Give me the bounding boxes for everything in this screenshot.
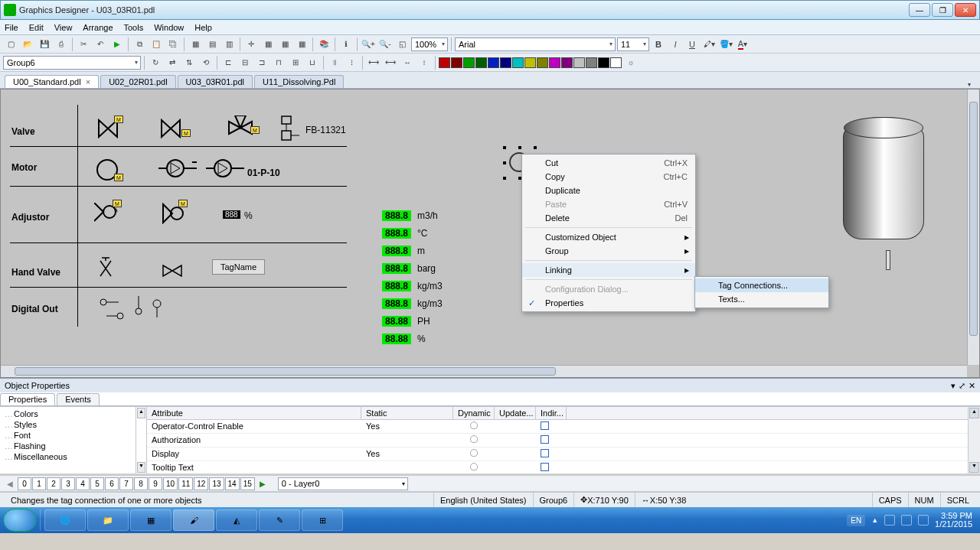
tank-symbol[interactable] [843, 117, 924, 239]
copy-icon[interactable]: ⧉ [132, 37, 147, 52]
color-swatch[interactable] [586, 57, 597, 68]
color-swatch[interactable] [488, 57, 499, 68]
ctx-linking[interactable]: Linking [522, 263, 695, 277]
font-size-combo[interactable]: 11 [617, 37, 649, 51]
task-app1[interactable]: ▦ [130, 509, 172, 531]
canvas-area[interactable]: Valve Motor Adjustor Hand Valve Digital … [0, 89, 980, 378]
color-swatch[interactable] [549, 57, 560, 68]
property-row[interactable]: DisplayYes [147, 447, 968, 461]
layer-9[interactable]: 9 [149, 477, 162, 490]
help-icon[interactable]: ℹ [338, 37, 354, 52]
size-w-icon[interactable]: ↔ [400, 55, 415, 70]
submenu-texts-[interactable]: Texts... [695, 292, 828, 306]
motor-circle[interactable]: M [96, 158, 119, 181]
ctx-duplicate[interactable]: Duplicate [522, 184, 695, 197]
zoomin-icon[interactable]: 🔍+ [361, 37, 376, 52]
property-row[interactable]: Tooltip Text [147, 461, 968, 474]
tab-u11[interactable]: U11_Dissolving.Pdl [254, 75, 344, 88]
zoomfit-icon[interactable]: ◱ [394, 37, 410, 52]
tray-chev-icon[interactable]: ▲ [871, 516, 878, 524]
align-right-icon[interactable]: ⊐ [254, 55, 270, 70]
color-swatch[interactable] [500, 57, 511, 68]
tabs-overflow-icon[interactable]: ▾ [963, 81, 975, 88]
layer-3[interactable]: 3 [61, 477, 75, 490]
underline-icon[interactable]: U [684, 37, 700, 52]
tab-u02[interactable]: U02_02R01.pdl [100, 75, 175, 88]
events-tab[interactable]: Events [57, 393, 100, 405]
highlight-icon[interactable]: 🖍▾ [701, 37, 717, 52]
minimize-button[interactable]: — [909, 3, 930, 17]
tray-icon-2[interactable] [901, 515, 912, 526]
tray-lang[interactable]: EN [847, 515, 865, 526]
digital-out-symbol[interactable] [97, 296, 166, 324]
tree-miscellaneous[interactable]: Miscellaneous [5, 451, 131, 462]
layer-11[interactable]: 11 [178, 477, 193, 490]
space-v-icon[interactable]: ⟷ [383, 55, 398, 70]
task-explorer[interactable]: 📁 [87, 509, 129, 531]
tool-mirror-icon[interactable]: ⟲ [198, 55, 214, 70]
layer-1[interactable]: 1 [32, 477, 46, 490]
tool-fliph-icon[interactable]: ⇄ [165, 55, 180, 70]
menu-view[interactable]: View [54, 23, 73, 32]
menu-edit[interactable]: Edit [29, 23, 44, 32]
submenu-tag-connections-[interactable]: Tag Connections... [695, 278, 828, 292]
color-swatch[interactable] [537, 57, 548, 68]
tray-icon-3[interactable] [918, 515, 929, 526]
color-swatch[interactable] [610, 57, 622, 68]
maximize-button[interactable]: ❐ [932, 3, 953, 17]
font-name-combo[interactable]: Arial [455, 37, 616, 51]
property-row[interactable]: Operator-Control EnableYes [147, 420, 968, 434]
layer-8[interactable]: 8 [134, 477, 148, 490]
menu-help[interactable]: Help [194, 23, 212, 32]
layer-2[interactable]: 2 [47, 477, 60, 490]
tree-colors[interactable]: Colors [5, 408, 131, 419]
color-swatch[interactable] [512, 57, 524, 68]
menu-tools[interactable]: Tools [124, 23, 144, 32]
menu-file[interactable]: File [5, 23, 18, 32]
layer-5[interactable]: 5 [90, 477, 104, 490]
cut-icon[interactable]: ✂ [76, 37, 91, 52]
col-static[interactable]: Static [361, 407, 453, 419]
menu-window[interactable]: Window [154, 23, 184, 32]
dist-v-icon[interactable]: ⫶ [344, 55, 359, 70]
col-indirect[interactable]: Indir... [536, 407, 567, 419]
handvalve-symbol-2[interactable] [162, 264, 183, 278]
valve-symbol-2[interactable]: M [160, 119, 183, 138]
library-icon[interactable]: 📚 [316, 37, 332, 52]
color-swatch[interactable] [561, 57, 573, 68]
run-icon[interactable]: ▶ [109, 37, 125, 52]
open-icon[interactable]: 📂 [20, 37, 35, 52]
col-update[interactable]: Update... [495, 407, 536, 419]
ctx-group[interactable]: Group [522, 244, 695, 258]
valve-symbol-3[interactable]: M [227, 116, 253, 140]
pump-symbol[interactable] [158, 158, 197, 178]
snap-icon[interactable]: ✛ [243, 37, 259, 52]
grid3-icon[interactable]: ▥ [221, 37, 237, 52]
canvas-hscroll[interactable] [1, 365, 967, 377]
color-swatch[interactable] [451, 57, 462, 68]
space-h-icon[interactable]: ⟷ [366, 55, 381, 70]
tool-flipv-icon[interactable]: ⇅ [181, 55, 197, 70]
layout2-icon[interactable]: ▦ [277, 37, 292, 52]
adjustor-symbol-2[interactable]: M [162, 203, 185, 224]
ctx-customized-object[interactable]: Customized Object [522, 230, 695, 244]
undo-icon[interactable]: ↶ [93, 37, 108, 52]
layout1-icon[interactable]: ▦ [260, 37, 276, 52]
tray-clock[interactable]: 3:59 PM1/21/2015 [935, 512, 972, 529]
layer-next-icon[interactable]: ▶ [256, 477, 270, 490]
canvas-vscroll[interactable] [967, 89, 979, 365]
handvalve-symbol[interactable] [99, 256, 113, 279]
properties-scrollbar[interactable]: ▲▼ [968, 407, 980, 474]
ctx-delete[interactable]: DeleteDel [522, 211, 695, 225]
grid2-icon[interactable]: ▤ [204, 37, 220, 52]
layer-15[interactable]: 15 [240, 477, 255, 490]
align-center-icon[interactable]: ⊟ [237, 55, 253, 70]
align-middle-icon[interactable]: ⊞ [288, 55, 303, 70]
close-button[interactable]: ✕ [955, 3, 976, 17]
valve-symbol[interactable]: M [97, 119, 120, 138]
duplicate-icon[interactable]: ⿻ [165, 37, 181, 52]
col-attribute[interactable]: Attribute [147, 407, 361, 419]
object-selector[interactable]: Group6 [3, 56, 141, 70]
tab-u03[interactable]: U03_03R01.pdl [178, 75, 253, 88]
dist-h-icon[interactable]: ⫴ [327, 55, 342, 70]
